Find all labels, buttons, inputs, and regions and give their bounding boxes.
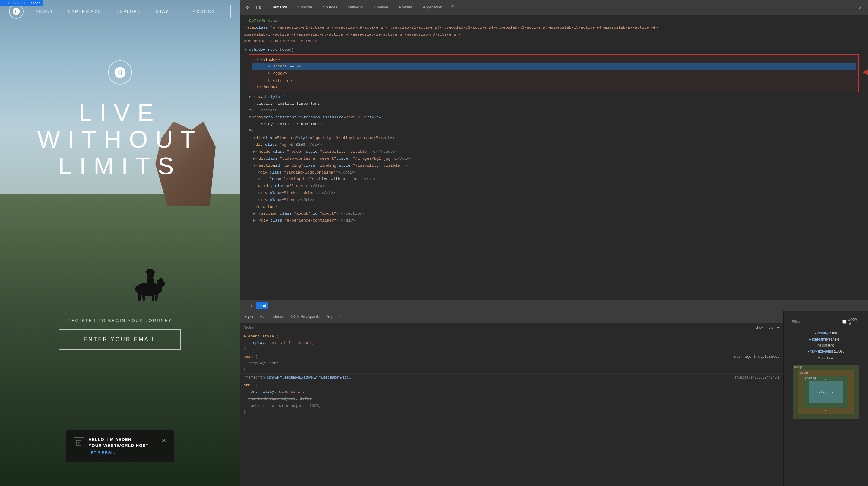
tree-head-style[interactable]: display: initial !important; (240, 101, 868, 108)
content-box: auto × auto (809, 381, 843, 403)
tree-header[interactable]: ▶ <header class="header" style="visibili… (240, 148, 868, 155)
head-style-rule: head { user agent stylesheet display: no… (240, 353, 783, 373)
chat-link[interactable]: LET'S BEGIN (89, 450, 157, 455)
bc-html[interactable]: html (243, 303, 254, 309)
shadow-close-line[interactable]: </shadow> (252, 84, 856, 91)
tree-bg[interactable]: <div class="bg">&#8203;</div> (240, 142, 868, 148)
hero-title: LIVE WITHOUT LIMITS (0, 99, 240, 179)
tree-shadow-root[interactable]: ▼ #shadow-root (open) (240, 46, 868, 54)
tab-event-listeners[interactable]: Event Listeners (260, 313, 285, 321)
element-tooltip: header.header 795×0 (0, 0, 43, 6)
nav-about[interactable]: ABOUT (36, 9, 53, 14)
rider-silhouette (125, 262, 173, 301)
margin-right-dash: - (855, 390, 858, 394)
tree-head-open[interactable]: ▶ <head style=" (240, 93, 868, 101)
shadow-head-line[interactable]: ↳ <head> == $0 (252, 63, 856, 70)
devtools-panel: Elements Console Sources Network Timelin… (240, 0, 868, 486)
inherited-link[interactable]: html.wf-museoslab-n1-active.wf-museoslab… (267, 375, 351, 379)
shadow-iframe-line[interactable]: ↳ <iframe> (252, 77, 856, 84)
filter-buttons: :hov .cls + (755, 325, 780, 330)
shadow-open-line[interactable]: ▼ <shadow> (252, 56, 856, 63)
tab-console[interactable]: Console (292, 2, 318, 12)
border-top-dash: - (825, 372, 827, 376)
devtools-toolbar: Elements Console Sources Network Timelin… (240, 0, 868, 15)
bottom-tabs: Styles Event Listeners DOM Breakpoints P… (240, 311, 783, 323)
tab-profiles[interactable]: Profiles (394, 2, 417, 12)
tree-video[interactable]: ▶ <div class="video-container desert" po… (240, 155, 868, 163)
computed-display-name: ▸ display (815, 331, 829, 335)
doctype-text: <!DOCTYPE html> (244, 18, 280, 24)
computed-text-size: ▸ text-size-adjust 100% (804, 348, 848, 354)
head-rule-source: user agent stylesheet (734, 355, 780, 360)
tree-links[interactable]: ▶ <div class="links">…</div> (240, 183, 868, 190)
tab-properties[interactable]: Properties (326, 313, 342, 321)
nav-logo[interactable] (9, 4, 24, 19)
tree-body-partial[interactable]: "> (240, 128, 868, 135)
svg-rect-1 (138, 292, 141, 301)
tab-elements[interactable]: Elements (265, 2, 292, 12)
tree-doctype[interactable]: <!DOCTYPE html> (240, 18, 868, 24)
chat-close-button[interactable]: ✕ (161, 437, 166, 444)
access-button[interactable]: ACCESS (177, 5, 231, 18)
hov-filter-btn[interactable]: :hov (755, 325, 764, 330)
tab-application[interactable]: Application (417, 2, 447, 12)
nav-experience[interactable]: EXPERIENCE (68, 9, 101, 14)
box-model-diagram: margin - - - - border - - - - padding (793, 365, 859, 419)
head-selector: head { (243, 355, 257, 359)
inherited-source: style.css?1478533244245:1 (735, 375, 780, 379)
tree-body-style[interactable]: display: initial !important; (240, 121, 868, 128)
padding-label: padding (805, 376, 816, 380)
tree-section-close[interactable]: </section> (240, 204, 868, 211)
tree-h1[interactable]: <h1 class="landing-title">Live Without L… (240, 176, 868, 183)
computed-filter-input[interactable] (792, 319, 842, 324)
email-subtitle: REGISTER TO BEGIN YOUR JOURNEY (0, 318, 240, 323)
tree-line-div[interactable]: <div class="line"></div> (240, 197, 868, 204)
tab-network[interactable]: Network (343, 2, 368, 12)
cls-filter-btn[interactable]: .cls (767, 325, 775, 330)
tree-links-tablet[interactable]: <div class="links-tablet">…</div> (240, 190, 868, 197)
bc-head[interactable]: head (256, 303, 268, 309)
nav-explore[interactable]: EXPLORE (116, 9, 141, 14)
tab-sources[interactable]: Sources (318, 2, 343, 12)
tree-html-cont[interactable]: museoslab-i7-active wf-museoslab-n5-acti… (240, 31, 868, 38)
styles-panel: Styles Event Listeners DOM Breakpoints P… (240, 311, 783, 486)
tree-experience[interactable]: ▶ <div class="experience-container">…</d… (240, 217, 868, 224)
device-icon[interactable] (254, 3, 264, 12)
chat-popup: HELLO, I'M AEDEN. YOUR WESTWORLD HOST LE… (66, 430, 174, 462)
tab-dom-breakpoints[interactable]: DOM Breakpoints (291, 313, 320, 321)
tab-timeline[interactable]: Timeline (368, 2, 394, 12)
margin-label: margin (794, 366, 803, 369)
devtools-close-icon[interactable]: ✕ (855, 3, 865, 12)
email-button[interactable]: ENTER YOUR EMAIL (59, 329, 181, 350)
tree-loading[interactable]: <div class="loading" style="opacity: 0; … (240, 135, 868, 142)
html-font-family: font-family: sans-serif; (243, 388, 780, 395)
more-tabs-button[interactable]: » (447, 2, 457, 12)
tree-html-open[interactable]: <html class="wf-museoslab-n1-active wf-m… (240, 24, 868, 31)
tree-logo-container[interactable]: <div class="landing-logoContainer">…</di… (240, 169, 868, 176)
inherited-from-section: Inherited from html.wf-museoslab-n1-acti… (240, 374, 783, 381)
tree-body-open[interactable]: ▼ <body data-pinterest-extension-install… (240, 114, 868, 121)
tree-about[interactable]: ▶ <section class="about" id="about">…</s… (240, 210, 868, 217)
padding-bottom-dash: - (825, 403, 827, 407)
inspect-icon[interactable] (243, 3, 252, 12)
hero-logo-icon (114, 66, 127, 79)
html-ms-text-size: -ms-text-size-adjust: 100%; (243, 395, 780, 402)
tree-head-close[interactable]: ">...</head> (240, 107, 868, 114)
tab-styles[interactable]: Styles (244, 313, 254, 321)
margin-top-dash: - (825, 367, 827, 371)
border-left-dash: - (800, 390, 802, 394)
tree-section-landing[interactable]: ▼ <section id="landing" class="landing" … (240, 163, 868, 169)
computed-width: width auto (814, 354, 837, 361)
rider-svg (125, 262, 173, 301)
add-style-btn[interactable]: + (777, 325, 780, 330)
styles-filter-input[interactable] (243, 325, 752, 330)
devtools-menu-icon[interactable]: ⋮ (844, 3, 854, 12)
padding-top-dash: - (825, 377, 827, 381)
nav-stay[interactable]: STAY (156, 9, 169, 14)
tree-html-cont2[interactable]: museoslab-i8-active wf-active"> (240, 38, 868, 45)
svg-rect-3 (152, 292, 154, 301)
svg-rect-12 (76, 440, 81, 445)
shadow-body-line[interactable]: ↳ <body> (252, 70, 856, 77)
show-all-checkbox[interactable] (842, 320, 846, 323)
computed-height-name: height (817, 343, 827, 347)
